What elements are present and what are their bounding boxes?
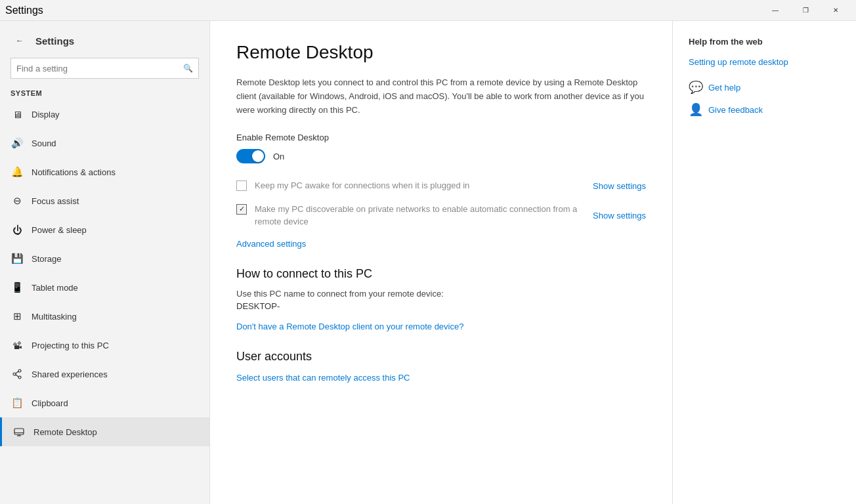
right-panel: Help from the web Setting up remote desk… <box>672 21 856 504</box>
get-help-icon: 💬 <box>689 80 703 94</box>
svg-point-1 <box>13 373 16 375</box>
toggle-row: On <box>236 149 646 163</box>
svg-rect-5 <box>14 429 24 434</box>
sidebar-item-label-clipboard: Clipboard <box>32 398 68 408</box>
sidebar-item-sound[interactable]: 🔊 Sound <box>0 129 209 158</box>
get-help-link[interactable]: Get help <box>708 83 740 93</box>
sidebar-item-clipboard[interactable]: 📋 Clipboard <box>0 388 209 417</box>
select-users-link[interactable]: Select users that can remotely access th… <box>236 373 410 383</box>
display-icon: 🖥 <box>11 109 24 120</box>
search-icon: 🔍 <box>183 64 193 73</box>
focus-icon: ⊖ <box>11 195 24 207</box>
sidebar: ← Settings 🔍 System 🖥 Display 🔊 Sound 🔔 … <box>0 21 210 504</box>
sidebar-item-multitasking[interactable]: ⊞ Multitasking <box>0 302 209 331</box>
sidebar-item-remote[interactable]: Remote Desktop <box>0 417 209 446</box>
sidebar-item-tablet[interactable]: 📱 Tablet mode <box>0 273 209 302</box>
advanced-settings-link[interactable]: Advanced settings <box>236 239 646 249</box>
back-button[interactable]: ← <box>11 32 29 50</box>
sidebar-item-power[interactable]: ⏻ Power & sleep <box>0 215 209 244</box>
checkbox-row-1: Keep my PC awake for connections when it… <box>236 179 646 192</box>
pc-name-value: DESKTOP- <box>236 301 646 311</box>
sidebar-item-label-tablet: Tablet mode <box>32 283 78 293</box>
sidebar-item-notifications[interactable]: 🔔 Notifications & actions <box>0 158 209 186</box>
page-title: Remote Desktop <box>236 42 646 63</box>
svg-point-2 <box>18 376 21 379</box>
enable-label: Enable Remote Desktop <box>236 133 646 142</box>
page-description: Remote Desktop lets you connect to and c… <box>236 76 646 117</box>
maximize-button[interactable]: ❐ <box>790 0 821 21</box>
remote-icon <box>12 427 26 437</box>
storage-icon: 💾 <box>11 253 24 264</box>
content-area: Remote Desktop Remote Desktop lets you c… <box>210 21 856 504</box>
notifications-icon: 🔔 <box>11 166 24 178</box>
sidebar-item-focus[interactable]: ⊖ Focus assist <box>0 186 209 215</box>
sidebar-item-label-shared: Shared experiences <box>32 369 108 379</box>
app-body: ← Settings 🔍 System 🖥 Display 🔊 Sound 🔔 … <box>0 21 856 504</box>
power-icon: ⏻ <box>11 224 24 236</box>
how-to-title: How to connect to this PC <box>236 267 646 281</box>
titlebar: Settings — ❐ ✕ <box>0 0 856 21</box>
tablet-icon: 📱 <box>11 282 24 293</box>
discoverable-checkbox[interactable] <box>236 204 247 215</box>
sidebar-item-label-multitasking: Multitasking <box>32 312 77 322</box>
keep-awake-checkbox[interactable] <box>236 180 247 191</box>
sidebar-item-shared[interactable]: Shared experiences <box>0 360 209 388</box>
main-content: Remote Desktop Remote Desktop lets you c… <box>210 21 672 504</box>
no-client-link[interactable]: Don't have a Remote Desktop client on yo… <box>236 322 646 331</box>
multitasking-icon: ⊞ <box>11 310 24 322</box>
svg-point-0 <box>18 369 21 372</box>
help-title: Help from the web <box>689 37 840 47</box>
sidebar-app-title: Settings <box>35 35 74 47</box>
sound-icon: 🔊 <box>11 137 24 149</box>
checkbox-row-2: Make my PC discoverable on private netwo… <box>236 203 646 228</box>
projecting-icon: 📽 <box>11 340 24 351</box>
show-settings-link-1[interactable]: Show settings <box>593 181 646 191</box>
pc-name-label: Use this PC name to connect from your re… <box>236 289 646 299</box>
give-feedback-link[interactable]: Give feedback <box>708 105 763 115</box>
get-help-item: 💬 Get help <box>689 80 840 94</box>
sidebar-item-display[interactable]: 🖥 Display <box>0 100 209 129</box>
search-box[interactable]: 🔍 <box>11 58 199 79</box>
minimize-button[interactable]: — <box>760 0 790 21</box>
sidebar-item-storage[interactable]: 💾 Storage <box>0 244 209 273</box>
show-settings-link-2[interactable]: Show settings <box>593 211 646 220</box>
sidebar-item-label-remote: Remote Desktop <box>33 427 97 437</box>
toggle-knob <box>252 150 264 162</box>
sidebar-item-label-sound: Sound <box>32 138 56 148</box>
discoverable-label: Make my PC discoverable on private netwo… <box>255 203 585 228</box>
sidebar-item-label-storage: Storage <box>32 254 62 264</box>
titlebar-left: Settings <box>5 5 43 16</box>
sidebar-item-label-power: Power & sleep <box>32 225 87 235</box>
sidebar-section-label: System <box>0 87 209 100</box>
remote-desktop-toggle[interactable] <box>236 149 265 163</box>
sidebar-item-label-focus: Focus assist <box>32 196 79 206</box>
setup-remote-link[interactable]: Setting up remote desktop <box>689 57 840 67</box>
titlebar-title: Settings <box>5 5 43 16</box>
sidebar-header: ← Settings <box>0 21 209 55</box>
sidebar-item-label-notifications: Notifications & actions <box>32 167 116 177</box>
give-feedback-icon: 👤 <box>689 102 703 117</box>
search-input[interactable] <box>16 64 183 74</box>
toggle-state-label: On <box>273 152 284 161</box>
sidebar-item-projecting[interactable]: 📽 Projecting to this PC <box>0 331 209 360</box>
titlebar-controls: — ❐ ✕ <box>760 0 851 21</box>
close-button[interactable]: ✕ <box>821 0 851 21</box>
user-accounts-title: User accounts <box>236 350 646 364</box>
user-accounts-section: User accounts Select users that can remo… <box>236 350 646 383</box>
shared-icon <box>11 369 24 379</box>
svg-line-3 <box>16 371 18 373</box>
checkbox-col-2: Make my PC discoverable on private netwo… <box>236 203 585 228</box>
sidebar-item-label-projecting: Projecting to this PC <box>32 341 109 350</box>
give-feedback-item: 👤 Give feedback <box>689 102 840 117</box>
clipboard-icon: 📋 <box>11 397 24 409</box>
keep-awake-label: Keep my PC awake for connections when it… <box>255 179 469 192</box>
svg-line-4 <box>16 375 18 377</box>
sidebar-item-label-display: Display <box>32 110 60 119</box>
checkbox-col-1: Keep my PC awake for connections when it… <box>236 179 585 192</box>
